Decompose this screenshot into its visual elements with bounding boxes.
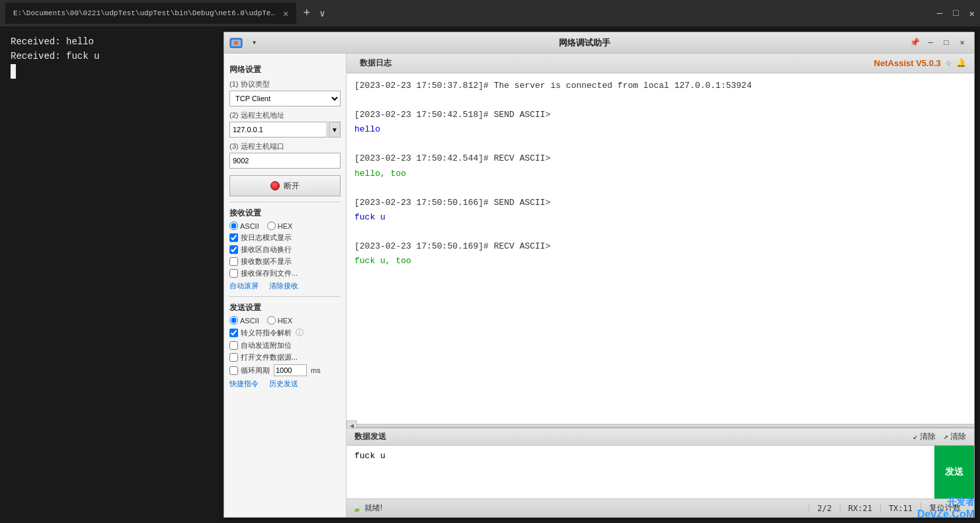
send-header-actions: ↙ 清除 ↗ 清除	[913, 431, 966, 442]
clear-recv-link[interactable]: 清除接收	[269, 281, 298, 291]
auto-scroll-link[interactable]: 自动滚屏	[229, 281, 259, 291]
terminal-line-1: Received: hello	[11, 34, 208, 49]
send-format-radio-group: ASCII HEX	[229, 316, 341, 325]
send-hex-radio-label[interactable]: HEX	[267, 316, 293, 325]
close-icon[interactable]: ✕	[969, 8, 975, 19]
terminal-tab-add-icon[interactable]: +	[299, 7, 314, 20]
netassist-content: 网络设置 (1) 协议类型 TCP Client (2) 远程主机地址 ▼ (3…	[224, 54, 974, 517]
terminal-line-2: Received: fuck u	[11, 49, 208, 63]
recv-links-row: 自动滚屏 清除接收	[229, 281, 341, 291]
terminal-tab[interactable]: E:\Documents\00\0221\udpTest\udpTest\bin…	[5, 3, 296, 24]
data-send-input[interactable]: fuck u	[347, 446, 934, 499]
escape-checkbox-label[interactable]: 转义符指令解析 ⓘ	[229, 327, 341, 339]
remote-port-label: (3) 远程主机端口	[229, 141, 341, 151]
save-file-checkbox-label[interactable]: 接收保存到文件...	[229, 268, 341, 278]
svg-point-2	[234, 41, 238, 45]
no-show-checkbox[interactable]	[229, 257, 238, 266]
loop-checkbox-label[interactable]: 循环周期 ms	[229, 364, 341, 376]
terminal-tab-title: E:\Documents\00\0221\udpTest\udpTest\bin…	[13, 9, 278, 17]
data-log-tab[interactable]: 数据日志	[354, 56, 397, 70]
minimize-icon[interactable]: —	[937, 8, 942, 19]
status-right: 2/2 RX:21 TX:11 复位计数	[809, 503, 969, 514]
bell-icon[interactable]: 🔔	[956, 58, 966, 68]
terminal-tab-close-icon[interactable]: ✕	[283, 8, 288, 19]
clear-send-action[interactable]: ↗ 清除	[944, 431, 966, 442]
clear-up-icon: ↗	[944, 432, 948, 442]
open-file-checkbox-label[interactable]: 打开文件数据源...	[229, 352, 341, 362]
send-button[interactable]: 发送	[934, 446, 974, 499]
right-panel: 数据日志 NetAssist V5.0.3 ◇ 🔔 [2023-02-23 17…	[347, 54, 974, 517]
titlebar-controls: 📌 — □ ✕	[908, 36, 969, 50]
data-log-content[interactable]: [2023-02-23 17:50:37.812]# The server is…	[347, 73, 974, 424]
clear-log-action[interactable]: ↙ 清除	[913, 431, 936, 442]
connect-button[interactable]: 断开	[229, 175, 341, 196]
terminal-cursor	[11, 64, 16, 79]
terminal-window-controls: — □ ✕	[937, 8, 975, 19]
header-icons: ◇ 🔔	[946, 58, 966, 68]
connect-button-label: 断开	[284, 181, 300, 192]
netassist-window: ▾ 网络调试助手 📌 — □ ✕ 网络设置 (1) 协议类型 TCP Clien…	[224, 32, 975, 518]
terminal-tabbar: E:\Documents\00\0221\udpTest\udpTest\bin…	[0, 0, 980, 26]
protocol-select[interactable]: TCP Client	[229, 91, 341, 106]
no-show-checkbox-label[interactable]: 接收数据不显示	[229, 257, 341, 266]
maximize-icon[interactable]: □	[953, 8, 958, 19]
auto-wrap-checkbox[interactable]	[229, 245, 238, 254]
main-area: Received: hello Received: fuck u ▾ 网络调试助…	[0, 26, 980, 523]
recv-hex-radio[interactable]	[267, 221, 276, 230]
data-send-tab[interactable]: 数据发送	[354, 431, 386, 442]
loop-period-input[interactable]	[274, 364, 307, 376]
escape-info-icon: ⓘ	[296, 327, 304, 339]
log-recv-2: hello, too	[354, 167, 966, 181]
data-send-header: 数据发送 ↙ 清除 ↗ 清除	[347, 428, 974, 446]
netassist-maximize-icon[interactable]: □	[940, 36, 953, 50]
open-file-checkbox[interactable]	[229, 353, 238, 362]
data-send-content: fuck u 发送	[347, 446, 974, 499]
remote-port-input[interactable]	[229, 153, 341, 169]
recv-ascii-radio[interactable]	[229, 221, 238, 230]
netassist-app-icon	[229, 36, 243, 50]
recv-ascii-radio-label[interactable]: ASCII	[229, 221, 259, 230]
connect-status-icon	[270, 181, 280, 190]
titlebar-menu-icon[interactable]: ▾	[248, 36, 261, 49]
remote-host-dropdown-btn[interactable]: ▼	[329, 122, 341, 138]
diamond-icon: ◇	[946, 58, 951, 68]
netassist-titlebar: ▾ 网络调试助手 📌 — □ ✕	[224, 32, 974, 54]
log-mode-checkbox[interactable]	[229, 233, 238, 242]
loop-checkbox[interactable]	[229, 366, 238, 375]
send-ascii-radio[interactable]	[229, 316, 238, 325]
left-panel: 网络设置 (1) 协议类型 TCP Client (2) 远程主机地址 ▼ (3…	[224, 54, 347, 517]
netassist-pin-icon[interactable]: 📌	[908, 36, 921, 50]
shortcut-link[interactable]: 快捷指令	[229, 379, 259, 389]
terminal-panel: Received: hello Received: fuck u	[0, 26, 218, 523]
auto-wrap-checkbox-label[interactable]: 接收区自动换行	[229, 245, 341, 255]
log-entry-2: [2023-02-23 17:50:42.544]# RECV ASCII>	[354, 151, 966, 166]
recv-format-radio-group: ASCII HEX	[229, 221, 341, 230]
terminal-tab-dropdown-icon[interactable]: ∨	[317, 8, 327, 19]
send-hex-radio[interactable]	[267, 316, 276, 325]
log-mode-checkbox-label[interactable]: 按日志模式显示	[229, 233, 341, 243]
log-recv-4: fuck u, too	[354, 254, 966, 268]
escape-checkbox[interactable]	[229, 329, 238, 337]
log-send-3: fuck u	[354, 210, 966, 225]
auto-send-checkbox-label[interactable]: 自动发送附加位	[229, 341, 341, 350]
remote-host-input[interactable]	[229, 122, 327, 138]
send-links-row: 快捷指令 历史发送	[229, 379, 341, 389]
save-file-checkbox[interactable]	[229, 269, 238, 278]
divider-1	[229, 202, 341, 202]
netassist-title: 网络调试助手	[261, 37, 908, 49]
recv-hex-radio-label[interactable]: HEX	[267, 221, 293, 230]
status-bar: 🍃 就绪! 2/2 RX:21 TX:11 复位计数	[347, 499, 974, 517]
status-icon: 🍃	[352, 503, 362, 513]
netassist-close-icon[interactable]: ✕	[956, 36, 969, 50]
netassist-minimize-icon[interactable]: —	[924, 36, 937, 50]
status-text: 就绪!	[364, 503, 382, 514]
network-settings-title: 网络设置	[229, 64, 341, 75]
log-entry-4: [2023-02-23 17:50:50.169]# RECV ASCII>	[354, 239, 966, 254]
status-reset[interactable]: 复位计数	[920, 503, 969, 514]
send-ascii-radio-label[interactable]: ASCII	[229, 316, 259, 325]
remote-host-label: (2) 远程主机地址	[229, 110, 341, 120]
status-rx: RX:21	[840, 504, 880, 513]
auto-send-checkbox[interactable]	[229, 341, 238, 350]
history-link[interactable]: 历史发送	[269, 379, 298, 389]
protocol-label: (1) 协议类型	[229, 79, 341, 89]
